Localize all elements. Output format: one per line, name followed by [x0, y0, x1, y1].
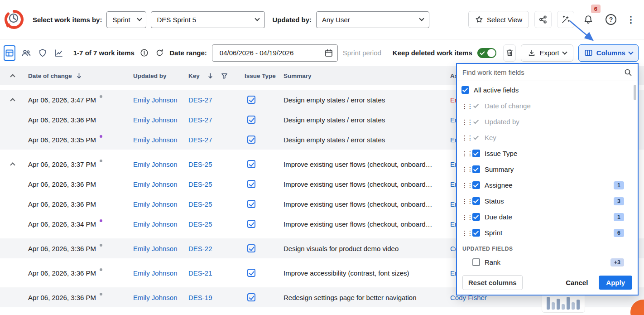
field-row[interactable]: ⋮⋮ Issue Type: [457, 145, 638, 161]
column-header-key: Key: [188, 73, 200, 79]
info-button[interactable]: [139, 46, 149, 60]
field-row[interactable]: ⋮⋮ Updated by: [457, 114, 638, 130]
field-checkbox[interactable]: [472, 118, 480, 126]
issue-key-link[interactable]: DES-27: [188, 96, 212, 104]
field-row[interactable]: ⋮⋮ Status 3: [457, 193, 638, 209]
all-active-checkbox[interactable]: [461, 86, 469, 94]
chart-view-button[interactable]: [53, 45, 65, 61]
field-row[interactable]: ⋮⋮ Rank +3: [457, 254, 638, 270]
reset-columns-button[interactable]: Reset columns: [462, 275, 523, 290]
all-active-fields-row[interactable]: All active fields: [457, 82, 638, 98]
issue-key-link[interactable]: DES-25: [188, 220, 212, 228]
updated-by-link[interactable]: Emily Johnson: [133, 136, 178, 144]
drag-handle-icon[interactable]: ⋮⋮: [461, 103, 468, 109]
user-select[interactable]: Any User: [316, 11, 429, 28]
field-label: Key: [485, 134, 496, 141]
wand-button[interactable]: [557, 11, 574, 28]
refresh-button[interactable]: [154, 46, 164, 60]
apply-button[interactable]: Apply: [599, 276, 632, 290]
filter-type-select[interactable]: Sprint: [106, 11, 146, 28]
toolbar: 1-7 of 7 work items Date range: Sprint p…: [0, 39, 644, 66]
columns-label: Columns: [596, 49, 625, 57]
export-button[interactable]: Export: [521, 44, 573, 62]
issue-key-link[interactable]: DES-27: [188, 136, 212, 144]
field-checkbox[interactable]: [472, 213, 480, 221]
task-type-icon: [247, 116, 255, 124]
shield-view-button[interactable]: [37, 45, 48, 61]
refresh-icon: [155, 48, 164, 57]
keep-deleted-toggle[interactable]: [477, 48, 496, 58]
field-row[interactable]: ⋮⋮ Sprint 6: [457, 225, 638, 241]
field-row[interactable]: ⋮⋮ Date of change: [457, 98, 638, 114]
change-date: Apr 06, 2026, 3:36 PM: [28, 180, 96, 188]
change-indicator-dot: [100, 268, 102, 271]
updated-by-link[interactable]: Emily Johnson: [133, 269, 178, 277]
people-view-button[interactable]: [20, 45, 32, 61]
issue-key-link[interactable]: DES-25: [188, 200, 212, 208]
drag-handle-icon[interactable]: ⋮⋮: [461, 119, 468, 125]
field-row[interactable]: ⋮⋮ Due date 1: [457, 209, 638, 225]
drag-handle-icon[interactable]: ⋮⋮: [461, 214, 468, 220]
issue-key-link[interactable]: DES-25: [188, 160, 212, 168]
issue-key-link[interactable]: DES-22: [188, 245, 212, 252]
date-range-field: [212, 44, 338, 62]
field-checkbox[interactable]: [472, 102, 480, 110]
updated-by-link[interactable]: Emily Johnson: [133, 180, 178, 188]
issue-key-link[interactable]: DES-25: [188, 180, 212, 188]
drag-handle-icon[interactable]: ⋮⋮: [461, 135, 468, 141]
delete-button[interactable]: [503, 44, 516, 62]
issue-key-link[interactable]: DES-27: [188, 116, 212, 124]
popup-scrollbar[interactable]: [634, 85, 636, 100]
table-view-button[interactable]: [4, 45, 15, 61]
more-menu-button[interactable]: ⋮: [625, 11, 637, 28]
user-filter-value: Any User: [322, 16, 350, 24]
group-collapse-icon[interactable]: [10, 162, 15, 167]
updated-fields-list: ⋮⋮ Rank +3: [457, 254, 638, 270]
cancel-button[interactable]: Cancel: [566, 279, 588, 286]
sprint-select[interactable]: DES Sprint 5: [151, 11, 265, 28]
drag-handle-icon[interactable]: ⋮⋮: [461, 230, 468, 236]
select-view-button[interactable]: Select View: [468, 11, 529, 28]
field-checkbox[interactable]: [472, 181, 480, 189]
drag-handle-icon[interactable]: ⋮⋮: [461, 182, 468, 189]
field-checkbox[interactable]: [472, 150, 480, 157]
filter-icon[interactable]: [221, 73, 228, 79]
field-search-input[interactable]: [462, 68, 620, 76]
columns-button[interactable]: Columns: [578, 44, 639, 62]
drag-handle-icon[interactable]: ⋮⋮: [461, 150, 468, 157]
field-row[interactable]: ⋮⋮ Key: [457, 130, 638, 145]
change-date: Apr 06, 2026, 3:47 PM: [28, 96, 96, 104]
group-collapse-icon[interactable]: [10, 98, 15, 103]
field-row[interactable]: ⋮⋮ Summary: [457, 161, 638, 177]
notifications-button[interactable]: 6: [580, 11, 597, 28]
change-date: Apr 06, 2026, 3:37 PM: [28, 160, 96, 168]
updated-by-link[interactable]: Emily Johnson: [133, 160, 178, 168]
drag-handle-icon[interactable]: ⋮⋮: [461, 166, 468, 173]
date-range-input[interactable]: [212, 44, 338, 62]
shield-view-icon: [38, 48, 47, 58]
updated-by-link[interactable]: Emily Johnson: [133, 116, 178, 124]
star-icon: [475, 15, 483, 24]
updated-by-link[interactable]: Emily Johnson: [133, 96, 178, 104]
summary-text: Improve accessibility (contrast, font si…: [284, 269, 409, 277]
field-checkbox[interactable]: [472, 229, 480, 237]
issue-key-link[interactable]: DES-21: [188, 269, 212, 277]
field-checkbox[interactable]: [472, 165, 480, 173]
drag-handle-icon[interactable]: ⋮⋮: [461, 198, 468, 204]
share-button[interactable]: [534, 11, 552, 28]
field-row[interactable]: ⋮⋮ Assignee 1: [457, 177, 638, 193]
updated-by-link[interactable]: Emily Johnson: [133, 294, 178, 301]
field-checkbox[interactable]: [472, 134, 480, 141]
updated-by-link[interactable]: Emily Johnson: [133, 200, 178, 208]
help-button[interactable]: ?: [602, 11, 620, 28]
field-checkbox[interactable]: [472, 258, 480, 266]
calendar-icon[interactable]: [324, 48, 333, 58]
field-checkbox[interactable]: [472, 197, 480, 205]
change-date: Apr 06, 2026, 3:36 PM: [28, 269, 96, 277]
sort-desc-icon[interactable]: [76, 73, 82, 79]
sort-desc-icon[interactable]: [207, 73, 214, 79]
collapse-all-icon[interactable]: [10, 74, 15, 79]
updated-by-link[interactable]: Emily Johnson: [133, 220, 178, 228]
issue-key-link[interactable]: DES-19: [188, 294, 212, 301]
updated-by-link[interactable]: Emily Johnson: [133, 245, 178, 252]
